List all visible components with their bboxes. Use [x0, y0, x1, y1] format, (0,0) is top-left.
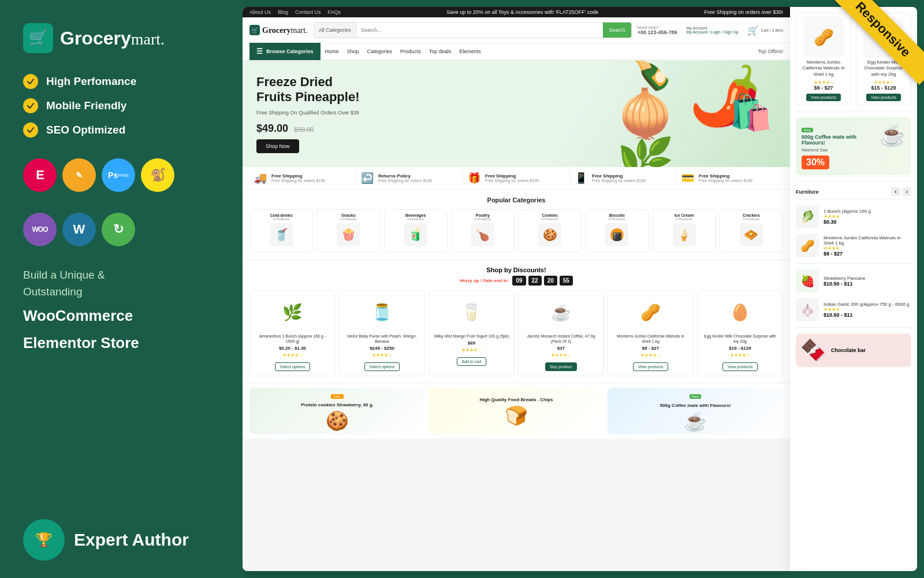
- hero-shop-now-button[interactable]: Shop Now: [256, 139, 299, 153]
- nav-browse[interactable]: ☰ Browse Categories: [249, 43, 321, 60]
- store-topbar: About Us Blog Contact Us FAQs Save up to…: [243, 7, 790, 17]
- nav-top-deals[interactable]: Top deals: [429, 49, 452, 54]
- category-beverages[interactable]: Beverages 5 Products 🧃: [384, 209, 448, 253]
- categories-section: Popular Categories Cold-drinks 5 Product…: [243, 190, 790, 260]
- furniture-stars-2: ★★★★: [824, 246, 911, 251]
- categories-title: Popular Categories: [249, 197, 783, 203]
- extra-product-1: 🍓 Strawberry Pancane $10.50 - $11: [796, 269, 911, 292]
- topbar-links: About Us Blog Contact Us FAQs: [249, 9, 341, 15]
- search-bar[interactable]: All Categories Search: [314, 22, 632, 38]
- check-icon-2: [23, 98, 38, 113]
- nav-home[interactable]: Home: [325, 49, 339, 54]
- check-icon: [23, 74, 38, 89]
- category-img-ice-cream: 🍦: [673, 223, 696, 246]
- product-4: ☕ Jacobs Monarch Instant Coffee, 47.9g (…: [518, 290, 604, 376]
- discount-section: Shop by Discounts! Hurry up ! Sale end i…: [243, 261, 790, 382]
- extra-name-2: Indian Garlic 200 g/Approx 750 g - 6000 …: [824, 302, 910, 307]
- side-product-btn-walnuts[interactable]: View products: [806, 94, 841, 101]
- svg-text:🏆: 🏆: [35, 531, 53, 548]
- categories-grid: Cold-drinks 5 Products 🥤 Snacks 5 Produc…: [249, 209, 783, 253]
- store-logo-text: Grocerymart.: [262, 25, 308, 35]
- feature-mobile-friendly: Mobile Friendly: [23, 98, 219, 113]
- category-img-snacks: 🍿: [337, 223, 360, 246]
- furniture-img-1: 🥬: [796, 205, 819, 228]
- category-img-beverages: 🧃: [404, 223, 427, 246]
- info-strip: 🚚 Free Shipping Free Shipping for orders…: [243, 167, 790, 190]
- check-icon-3: [23, 123, 38, 138]
- store-hero: Freeze Dried Fruits Pineapple! Free Ship…: [243, 61, 790, 167]
- mobile-icon: 📱: [575, 172, 587, 184]
- category-cold-drinks[interactable]: Cold-drinks 5 Products 🥤: [249, 209, 313, 253]
- category-crackers[interactable]: Crackers 5 Products 🧇: [720, 209, 783, 253]
- badge-elementor: E: [23, 158, 57, 192]
- furniture-name-2: Monterra Jumbo California Walnuts in She…: [824, 235, 911, 246]
- nav-categories[interactable]: Categories: [367, 49, 393, 54]
- product-2: 🫙 Heinz Baby Puree with Peach, Mango, Ba…: [339, 290, 425, 376]
- nav-products[interactable]: Products: [400, 49, 421, 54]
- category-poultry[interactable]: Poultry 4 Products 🍗: [451, 209, 515, 253]
- countdown-label: Hurry up ! Sale end in:: [460, 278, 509, 283]
- category-ice-cream[interactable]: Ice Cream 4 Products 🍦: [653, 209, 716, 253]
- topbar-shipping: Free Shipping on orders over $30!: [704, 9, 783, 15]
- category-snacks[interactable]: Snacks 5 Products 🍿: [316, 209, 380, 253]
- logo-area: 🛒 Grocerymart.: [23, 23, 219, 53]
- category-img-cookies: 🍪: [538, 223, 561, 246]
- product-img-2: 🫙: [365, 295, 400, 330]
- nav-elements[interactable]: Elements: [459, 49, 481, 54]
- info-free-shipping: 🚚 Free Shipping Free Shipping for orders…: [249, 172, 356, 184]
- countdown-days: 09: [512, 276, 526, 286]
- search-button[interactable]: Search: [603, 23, 631, 38]
- product-3: 🥛 Milky Mist Mango Fruit Yogurt 100 g (5…: [429, 290, 515, 376]
- gift-icon: 🎁: [468, 172, 480, 184]
- responsive-banner: Responsive: [832, 0, 924, 92]
- extra-price-1: $10.50 - $11: [824, 281, 865, 287]
- logo-icon: 🛒: [23, 23, 53, 53]
- badge-wp: W: [62, 213, 96, 246]
- product-6: 🥚 Egg Kinder Milk Chocolate Surprise wit…: [697, 290, 783, 376]
- product-btn-3[interactable]: Add to cart: [457, 357, 487, 366]
- product-img-4: ☕: [544, 295, 579, 330]
- search-input[interactable]: [356, 23, 603, 38]
- extra-img-2: 🧄: [796, 298, 819, 321]
- bottom-card-3[interactable]: New 500g Coffee mate with Flavours! ☕: [608, 388, 783, 434]
- plugin-badges-2: WOO W ↻: [23, 213, 219, 246]
- nav-shop[interactable]: Shop: [347, 49, 359, 54]
- category-cookies[interactable]: Cookies 5 Products 🍪: [518, 209, 582, 253]
- products-grid: 🌿 Amaranthus 1 Bunch (Approx 160 g - 150…: [249, 290, 783, 376]
- side-product-btn-kinder[interactable]: View products: [866, 94, 901, 101]
- product-btn-2[interactable]: Select options: [364, 362, 400, 371]
- expert-author: 🏆 Expert Author: [23, 519, 219, 561]
- account-link[interactable]: My Account My Account / Login / Sign Up: [687, 26, 739, 34]
- expert-author-label: Expert Author: [74, 530, 189, 550]
- furniture-prev-button[interactable]: ‹: [891, 187, 900, 196]
- badge-mailchimp: 🐒: [141, 158, 174, 192]
- cart-icon[interactable]: 🛒 Cart / 1 Item: [747, 25, 783, 36]
- product-btn-4[interactable]: Buy product: [545, 362, 577, 371]
- features-list: High Perfomance Mobile Friendly SEO Opti…: [23, 74, 219, 138]
- furniture-product-2: 🥜 Monterra Jumbo California Walnuts in S…: [796, 234, 911, 257]
- bottom-strip: Offer Protein cookies Strawberry, 40 g. …: [243, 383, 790, 439]
- bottom-card-1[interactable]: Offer Protein cookies Strawberry, 40 g. …: [249, 388, 425, 434]
- topbar-link-about[interactable]: About Us: [249, 9, 271, 15]
- phone-number: Need Help? +00 123-456-789: [638, 25, 677, 35]
- feature-seo: SEO Optimized: [23, 123, 219, 138]
- topbar-link-contact[interactable]: Contact Us: [295, 9, 321, 15]
- product-img-3: 🥛: [454, 295, 489, 330]
- offer-badge: Offer: [331, 394, 343, 399]
- badge-ps: PsFREE: [102, 158, 135, 192]
- shipping-icon: 🚚: [254, 172, 267, 184]
- extra-product-2: 🧄 Indian Garlic 200 g/Approx 750 g - 600…: [796, 298, 911, 321]
- category-img-biscuits: 🍘: [605, 223, 628, 246]
- topbar-link-blog[interactable]: Blog: [278, 9, 288, 15]
- search-category[interactable]: All Categories: [314, 23, 356, 38]
- svg-text:🛒: 🛒: [29, 28, 48, 47]
- category-img-cold-drinks: 🥤: [270, 223, 293, 246]
- product-btn-6[interactable]: View products: [722, 362, 758, 371]
- category-biscuits[interactable]: Biscuits 4 Products 🍘: [585, 209, 649, 253]
- bottom-card-2[interactable]: High Quality Food Breads . Chips 🍞: [429, 388, 604, 434]
- furniture-next-button[interactable]: ›: [903, 187, 911, 196]
- topbar-link-faqs[interactable]: FAQs: [328, 9, 341, 15]
- product-btn-5[interactable]: View products: [633, 362, 669, 371]
- product-img-6: 🥚: [723, 295, 758, 330]
- product-btn-1[interactable]: Select options: [275, 362, 311, 371]
